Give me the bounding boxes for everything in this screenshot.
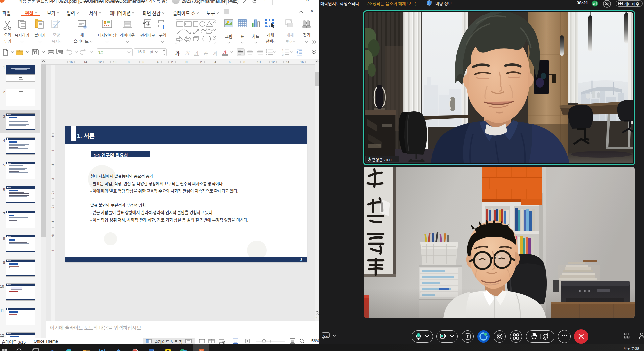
svg-text:3: 3 bbox=[282, 53, 284, 56]
svg-text:16.0: 16.0 bbox=[137, 50, 145, 54]
svg-text:pt: pt bbox=[150, 50, 153, 54]
svg-text:CC: CC bbox=[323, 334, 328, 337]
svg-text:T: T bbox=[101, 51, 103, 54]
